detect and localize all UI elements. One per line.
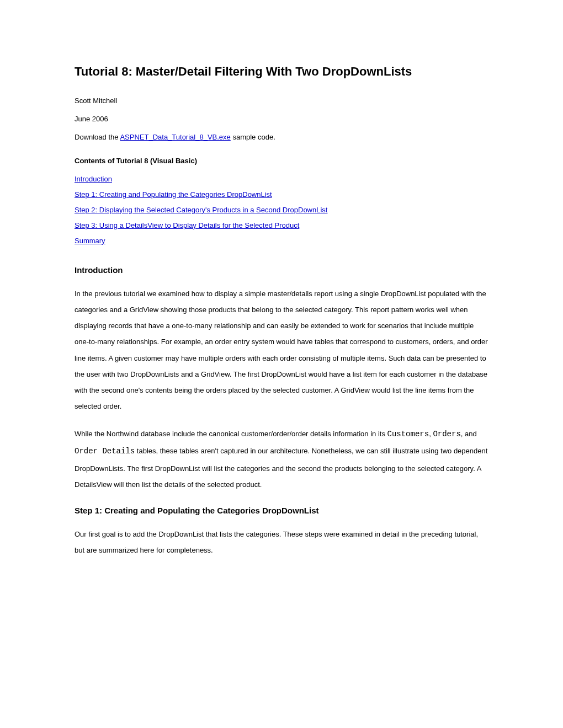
table-of-contents: Introduction Step 1: Creating and Popula… bbox=[75, 175, 488, 252]
step1-heading: Step 1: Creating and Populating the Cate… bbox=[75, 506, 488, 515]
code-customers: Customers bbox=[387, 430, 429, 438]
code-orders: Orders bbox=[433, 430, 460, 438]
intro-paragraph: In the previous tutorial we examined how… bbox=[75, 286, 488, 415]
toc-link-summary[interactable]: Summary bbox=[75, 237, 105, 245]
contents-label: Contents of Tutorial 8 (Visual Basic) bbox=[75, 157, 488, 165]
page-title: Tutorial 8: Master/Detail Filtering With… bbox=[75, 63, 488, 80]
step1-paragraph: Our first goal is to add the DropDownLis… bbox=[75, 526, 488, 559]
download-line: Download the ASPNET_Data_Tutorial_8_VB.e… bbox=[75, 133, 488, 141]
toc-link-intro[interactable]: Introduction bbox=[75, 175, 112, 183]
para2-post: tables, these tables aren't captured in … bbox=[75, 447, 487, 489]
toc-link-step3[interactable]: Step 3: Using a DetailsView to Display D… bbox=[75, 221, 299, 229]
code-orderdetails: Order Details bbox=[75, 447, 135, 456]
download-suffix: sample code. bbox=[231, 133, 275, 141]
toc-link-step2[interactable]: Step 2: Displaying the Selected Category… bbox=[75, 206, 327, 214]
document-page: Tutorial 8: Master/Detail Filtering With… bbox=[0, 0, 563, 728]
download-prefix: Download the bbox=[75, 133, 120, 141]
author: Scott Mitchell bbox=[75, 97, 488, 105]
toc-link-step1[interactable]: Step 1: Creating and Populating the Cate… bbox=[75, 190, 272, 199]
download-link[interactable]: ASPNET_Data_Tutorial_8_VB.exe bbox=[120, 133, 230, 141]
date: June 2006 bbox=[75, 115, 488, 123]
para2-pre: While the Northwind database include the… bbox=[75, 430, 387, 438]
northwind-paragraph: While the Northwind database include the… bbox=[75, 426, 488, 493]
para2-sep2: , and bbox=[461, 430, 477, 438]
intro-heading: Introduction bbox=[75, 265, 488, 275]
